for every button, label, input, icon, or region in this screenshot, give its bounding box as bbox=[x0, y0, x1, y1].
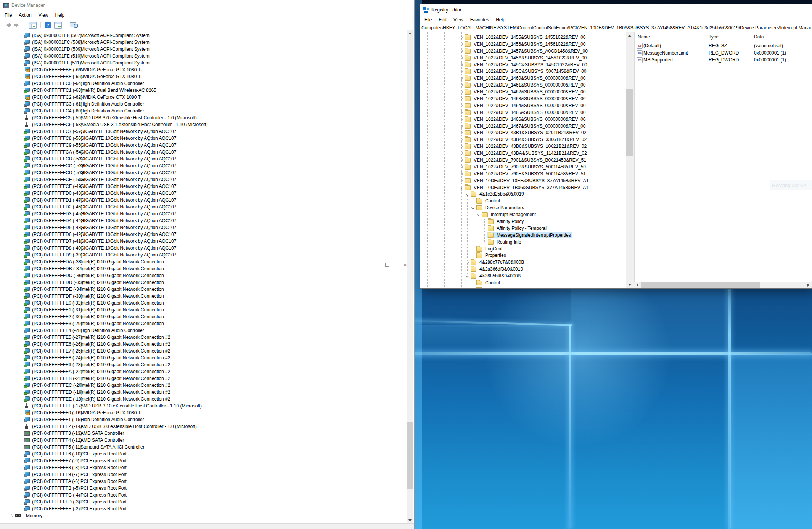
registry-key-row[interactable]: 4&2a366df3&0&0019 bbox=[420, 266, 626, 273]
registry-key-row[interactable]: Properties bbox=[420, 252, 626, 259]
device-row[interactable]: (PCI) 0xFFFFFFF5 (-11)Standard SATA AHCI… bbox=[0, 444, 407, 450]
device-row[interactable]: (PCI) 0xFFFFFFC9 (-55)GIGABYTE 10Gbit Ne… bbox=[0, 142, 407, 149]
tree-node-memory[interactable]: Memory bbox=[0, 512, 407, 519]
device-row[interactable]: (PCI) 0xFFFFFFE9 (-23)Intel(R) I210 Giga… bbox=[0, 361, 407, 368]
device-row[interactable]: (PCI) 0xFFFFFFF4 (-12)AMD SATA Controlle… bbox=[0, 437, 407, 444]
scroll-up-button[interactable] bbox=[407, 30, 413, 36]
chevron-right-icon[interactable] bbox=[460, 144, 463, 148]
device-row[interactable]: (PCI) 0xFFFFFFC5 (-59)AMD USB 3.0 eXtens… bbox=[0, 114, 407, 121]
menu-edit[interactable]: Edit bbox=[435, 17, 450, 22]
device-row[interactable]: (PCI) 0xFFFFFFE0 (-32)Intel(R) I210 Giga… bbox=[0, 300, 407, 306]
chevron-right-icon[interactable] bbox=[460, 158, 463, 162]
device-row[interactable]: (PCI) 0xFFFFFFFD (-3)PCI Express Root Po… bbox=[0, 499, 407, 505]
chevron-right-icon[interactable] bbox=[460, 97, 463, 101]
show-console-tree-icon[interactable] bbox=[29, 22, 37, 29]
chevron-down-icon[interactable] bbox=[471, 206, 475, 210]
menu-view[interactable]: View bbox=[450, 17, 467, 22]
registry-key-row[interactable]: Affinity Policy bbox=[420, 218, 626, 225]
scroll-down-button[interactable] bbox=[407, 517, 413, 524]
device-row[interactable]: (PCI) 0xFFFFFFEC (-20)Intel(R) I210 Giga… bbox=[0, 382, 407, 389]
registry-key-row[interactable]: 4&3685bfff&0&000B bbox=[420, 273, 626, 279]
column-header-data[interactable]: Data bbox=[754, 34, 764, 40]
device-row[interactable]: (PCI) 0xFFFFFFDB (-37)Intel(R) I210 Giga… bbox=[0, 265, 407, 272]
chevron-right-icon[interactable] bbox=[460, 90, 463, 94]
chevron-right-icon[interactable] bbox=[460, 151, 463, 155]
device-row[interactable]: (PCI) 0xFFFFFFD7 (-41)GIGABYTE 10Gbit Ne… bbox=[0, 238, 407, 245]
device-row[interactable]: (PCI) 0xFFFFFFEA (-22)Intel(R) I210 Giga… bbox=[0, 368, 407, 375]
chevron-right-icon[interactable] bbox=[460, 63, 463, 67]
device-row[interactable]: (PCI) 0xFFFFFFC1 (-63)Intel(R) Dual Band… bbox=[0, 87, 407, 94]
registry-key-row[interactable]: VEN_1022&DEV_1466&SUBSYS_00000000&REV_00 bbox=[420, 116, 626, 123]
device-row[interactable]: (PCI) 0xFFFFFFF8 (-8)PCI Express Root Po… bbox=[0, 464, 407, 471]
device-row[interactable]: (PCI) 0xFFFFFFFC (-4)PCI Express Root Po… bbox=[0, 492, 407, 499]
registry-key-row[interactable]: LogConf bbox=[420, 245, 626, 252]
device-row[interactable]: (PCI) 0xFFFFFFC8 (-56)GIGABYTE 10Gbit Ne… bbox=[0, 135, 407, 142]
registry-value-row[interactable]: 011MSISupportedREG_DWORD0x00000001 (1) bbox=[635, 56, 812, 63]
device-row[interactable]: (PCI) 0xFFFFFFD1 (-47)GIGABYTE 10Gbit Ne… bbox=[0, 197, 407, 204]
registry-key-row[interactable]: VEN_1022&DEV_790B&SUBSYS_50011458&REV_59 bbox=[420, 164, 626, 170]
chevron-right-icon[interactable] bbox=[460, 35, 463, 39]
forward-icon[interactable] bbox=[14, 23, 21, 27]
properties-icon[interactable] bbox=[54, 22, 62, 29]
registry-key-row[interactable]: VEN_1022&DEV_1460&SUBSYS_00000000&REV_00 bbox=[420, 75, 626, 82]
scrollbar-thumb[interactable] bbox=[641, 282, 760, 288]
device-row[interactable]: (ISA) 0x000001FC (508)Microsoft ACPI-Com… bbox=[0, 39, 407, 46]
device-row[interactable]: (ISA) 0x000001FF (511)Microsoft ACPI-Com… bbox=[0, 59, 407, 66]
registry-key-row[interactable]: VEN_1022&DEV_1457&SUBSYS_A0CD1458&REV_00 bbox=[420, 48, 626, 55]
registry-key-row[interactable]: VEN_1022&DEV_1464&SUBSYS_00000000&REV_00 bbox=[420, 102, 626, 109]
device-row[interactable]: (PCI) 0xFFFFFFCD (-51)GIGABYTE 10Gbit Ne… bbox=[0, 169, 407, 176]
registry-key-row[interactable]: VEN_1022&DEV_145C&SUBSYS_145C1022&REV_00 bbox=[420, 61, 626, 68]
chevron-right-icon[interactable] bbox=[460, 83, 463, 87]
device-row[interactable]: (PCI) 0xFFFFFFBE (-66)NVIDIA GeForce GTX… bbox=[0, 66, 407, 73]
registry-value-row[interactable]: ab(Default)REG_SZ(value not set) bbox=[635, 42, 812, 49]
device-row[interactable]: (PCI) 0xFFFFFFDE (-34)Intel(R) I210 Giga… bbox=[0, 286, 407, 293]
registry-key-row[interactable]: Interrupt Management bbox=[420, 211, 626, 218]
chevron-down-icon[interactable] bbox=[465, 274, 469, 278]
device-row[interactable]: (PCI) 0xFFFFFFCF (-49)GIGABYTE 10Gbit Ne… bbox=[0, 183, 407, 190]
device-row[interactable]: (PCI) 0xFFFFFFC3 (-61)High Definition Au… bbox=[0, 101, 407, 107]
device-row[interactable]: (PCI) 0xFFFFFFF2 (-14)AMD USB 3.0 eXtens… bbox=[0, 423, 407, 430]
back-icon[interactable] bbox=[4, 23, 11, 27]
device-row[interactable]: (PCI) 0xFFFFFFD9 (-39)GIGABYTE 10Gbit Ne… bbox=[0, 252, 407, 258]
registry-key-row[interactable]: VEN_1022&DEV_1462&SUBSYS_00000000&REV_00 bbox=[420, 88, 626, 95]
chevron-down-icon[interactable] bbox=[465, 192, 469, 196]
help-icon[interactable]: ? bbox=[45, 22, 51, 28]
chevron-right-icon[interactable] bbox=[460, 131, 463, 135]
device-row[interactable]: (PCI) 0xFFFFFFDD (-35)Intel(R) I210 Giga… bbox=[0, 279, 407, 286]
device-row[interactable]: (PCI) 0xFFFFFFC0 (-64)High Definition Au… bbox=[0, 80, 407, 87]
column-separator[interactable] bbox=[704, 34, 704, 40]
registry-value-row[interactable]: 011MessageNumberLimitREG_DWORD0x00000001… bbox=[635, 50, 812, 56]
registry-key-row[interactable]: Affinity Policy - Temporal bbox=[420, 225, 626, 232]
device-row[interactable]: (PCI) 0xFFFFFFFA (-6)PCI Express Root Po… bbox=[0, 478, 407, 485]
chevron-right-icon[interactable] bbox=[460, 104, 463, 107]
registry-key-row[interactable]: Device Parameters bbox=[420, 286, 626, 288]
menu-help[interactable]: Help bbox=[52, 13, 68, 18]
scroll-right-button[interactable] bbox=[805, 282, 812, 288]
registry-key-row[interactable]: Device Parameters bbox=[420, 204, 626, 211]
registry-key-row[interactable]: 4&1c3d25bb&0&0019 bbox=[420, 191, 626, 197]
device-row[interactable]: (PCI) 0xFFFFFFE8 (-24)Intel(R) I210 Giga… bbox=[0, 354, 407, 361]
device-row[interactable]: (PCI) 0xFFFFFFF0 (-16)NVIDIA GeForce GTX… bbox=[0, 409, 407, 416]
device-row[interactable]: (PCI) 0xFFFFFFCE (-50)GIGABYTE 10Gbit Ne… bbox=[0, 176, 407, 183]
registry-key-row[interactable]: VEN_1022&DEV_1461&SUBSYS_00000000&REV_00 bbox=[420, 82, 626, 88]
device-row[interactable]: (PCI) 0xFFFFFFF1 (-15)High Definition Au… bbox=[0, 416, 407, 423]
registry-tree-vertical-scrollbar[interactable] bbox=[626, 32, 633, 288]
chevron-down-icon[interactable] bbox=[477, 213, 481, 216]
scrollbar-thumb[interactable] bbox=[407, 422, 413, 489]
chevron-down-icon[interactable] bbox=[460, 186, 463, 189]
registry-key-row[interactable]: MessageSignaledInterruptProperties bbox=[420, 232, 626, 239]
registry-key-row[interactable]: VEN_1022&DEV_7901&SUBSYS_B0021458&REV_51 bbox=[420, 157, 626, 164]
menu-help[interactable]: Help bbox=[492, 17, 509, 22]
device-row[interactable]: (PCI) 0xFFFFFFF3 (-13)AMD SATA Controlle… bbox=[0, 430, 407, 437]
device-row[interactable]: (PCI) 0xFFFFFFE1 (-31)Intel(R) I210 Giga… bbox=[0, 306, 407, 313]
device-row[interactable]: (PCI) 0xFFFFFFD4 (-44)GIGABYTE 10Gbit Ne… bbox=[0, 217, 407, 224]
menu-view[interactable]: View bbox=[35, 13, 52, 18]
chevron-right-icon[interactable] bbox=[465, 260, 469, 264]
column-separator[interactable] bbox=[749, 34, 749, 40]
registry-key-row[interactable]: VEN_1022&DEV_43B6&SUBSYS_10621B21&REV_02 bbox=[420, 143, 626, 150]
registry-key-row[interactable]: VEN_1022&DEV_1455&SUBSYS_14551022&REV_00 bbox=[420, 34, 626, 41]
registry-key-row[interactable]: VEN_1022&DEV_1463&SUBSYS_00000000&REV_00 bbox=[420, 95, 626, 102]
registry-key-row[interactable]: Control bbox=[420, 197, 626, 204]
device-row[interactable]: (PCI) 0xFFFFFFE7 (-25)Intel(R) I210 Giga… bbox=[0, 348, 407, 354]
device-row[interactable]: (PCI) 0xFFFFFFD0 (-48)GIGABYTE 10Gbit Ne… bbox=[0, 190, 407, 197]
